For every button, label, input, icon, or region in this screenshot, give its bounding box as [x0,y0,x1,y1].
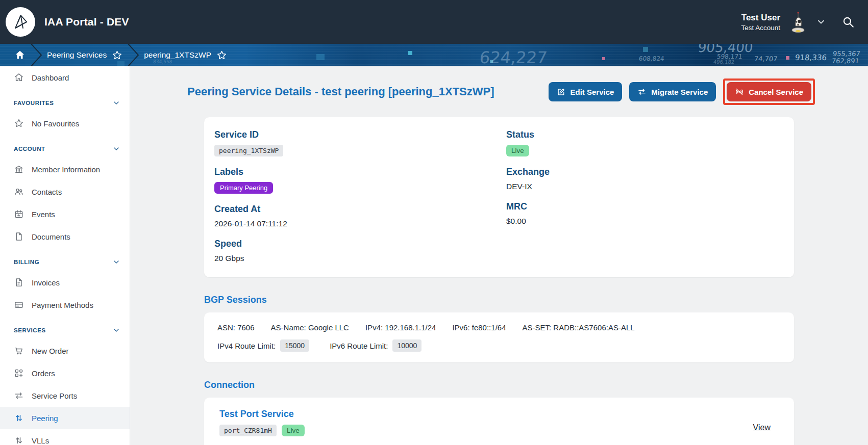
sidebar-item-label: Peering [32,414,58,423]
sidebar-item-documents[interactable]: Documents [0,225,130,248]
sidebar-item-label: Member Information [32,165,100,174]
user-avatar[interactable] [788,11,808,33]
sidebar-item-peering[interactable]: Peering [0,407,130,429]
view-port-link[interactable]: View [753,423,771,432]
sidebar-item-events[interactable]: Events [0,203,130,225]
sidebar-item-label: Orders [32,369,55,378]
bgp-sessions-card: ASN: 7606 AS-Name: Google LLC IPv4: 192.… [204,312,794,362]
created-at-value: 2026-01-14 07:11:12 [214,219,506,228]
home-icon [14,72,24,83]
sidebar-section-services[interactable]: SERVICES [0,321,130,339]
chevron-down-icon [112,145,120,153]
breadcrumb-peering-services[interactable]: Peering Services [47,50,122,61]
search-icon[interactable] [841,15,855,29]
user-menu-chevron-down-icon[interactable] [816,17,826,27]
user-account: Test Account [741,24,780,32]
edit-service-label: Edit Service [570,88,614,96]
bgp-ipv4: IPv4: 192.168.1.1/24 [365,323,436,332]
sidebar-item-new-order[interactable]: New Order [0,339,130,362]
status-badge: Live [506,145,529,156]
sidebar-item-invoices[interactable]: Invoices [0,271,130,294]
sidebar-item-contacts[interactable]: Contacts [0,180,130,203]
field-label: Status [506,129,782,140]
sidebar-item-label: Events [32,210,55,219]
breadcrumb-home-icon[interactable] [14,49,26,61]
migrate-service-label: Migrate Service [651,88,708,96]
sidebar-item-label: Service Ports [32,391,77,400]
section-label: SERVICES [14,327,46,333]
ipv6-route-limit-label: IPv6 Route Limit: [330,342,388,350]
sidebar-item-no-favourites[interactable]: No Favourites [0,112,130,135]
bank-icon [14,164,24,174]
section-label: BILLING [14,259,39,265]
field-speed: Speed 20 Gbps [214,239,506,263]
breadcrumb-bar: 624,227 905,400 608,824 598,171 496,182 … [0,44,868,66]
sidebar-item-label: No Favourites [32,119,79,128]
port-id-chip: port_CZR81mH [219,425,277,436]
ipv6-route-limit-chip: 10000 [392,339,421,352]
iaa-logo [6,7,35,37]
field-service-id: Service ID peering_1XTSzWP [214,129,506,156]
sidebar-item-orders[interactable]: Orders [0,362,130,384]
people-icon [14,187,24,197]
bgp-sessions-heading: BGP Sessions [204,295,868,305]
sidebar-section-favourites[interactable]: FAVOURITES [0,94,130,112]
section-label: ACCOUNT [14,146,45,152]
broadcast-off-icon [735,87,744,96]
port-status-badge: Live [282,425,305,436]
sidebar-section-account[interactable]: ACCOUNT [0,140,130,158]
user-name: Test User [741,12,780,24]
field-exchange: Exchange DEV-IX [506,167,782,191]
orders-grid-icon [14,368,24,378]
edit-pencil-icon [557,88,565,96]
connection-card: Test Port Service port_CZR81mH Live Next… [204,398,794,445]
breadcrumb-label[interactable]: Peering Services [47,50,107,60]
star-icon [14,118,24,128]
sidebar-item-label: Contacts [32,188,62,196]
iaa-logo-icon [10,12,31,32]
sidebar-section-billing[interactable]: BILLING [0,253,130,271]
field-created-at: Created At 2026-01-14 07:11:12 [214,204,506,228]
favourite-star-icon[interactable] [112,50,122,61]
service-id-chip: peering_1XTSzWP [214,145,283,156]
top-header: IAA Portal - DEV Test User Test Account [0,0,868,44]
field-labels: Labels Primary Peering [214,167,506,194]
cancel-service-button[interactable]: Cancel Service [727,82,811,101]
credit-card-icon [14,300,24,310]
label-badge: Primary Peering [214,182,273,194]
sidebar-item-label: VLLs [32,436,49,445]
breadcrumb-label[interactable]: peering_1XTSzWP [144,50,211,60]
sidebar-item-payment-methods[interactable]: Payment Methods [0,294,130,316]
page-title: Peering Service Details - test peering [… [187,85,549,98]
swap-arrows-icon [14,390,24,401]
sidebar-item-label: Dashboard [32,73,69,82]
migrate-arrows-icon [637,87,647,96]
field-mrc: MRC $0.00 [506,201,782,226]
cart-icon [14,346,24,356]
section-label: FAVOURITES [14,100,54,106]
app-title: IAA Portal - DEV [44,16,129,28]
service-details-card: Service ID peering_1XTSzWP Labels Primar… [204,117,794,277]
edit-service-button[interactable]: Edit Service [549,82,622,101]
cancel-service-label: Cancel Service [749,88,803,96]
breadcrumb-separator [29,44,44,66]
bgp-as-name: AS-Name: Google LLC [271,323,349,332]
chevron-down-icon [112,258,120,266]
breadcrumb-current-service[interactable]: peering_1XTSzWP [144,50,227,61]
favourite-star-icon[interactable] [216,50,227,61]
up-down-arrows-icon [14,413,24,423]
migrate-service-button[interactable]: Migrate Service [629,82,716,101]
sidebar-item-dashboard[interactable]: Dashboard [0,66,130,89]
bgp-as-set: AS-SET: RADB::AS7606:AS-ALL [522,323,634,332]
exchange-value: DEV-IX [506,182,782,191]
chevron-down-icon [112,99,120,107]
sidebar-item-member-information[interactable]: Member Information [0,158,130,180]
cancel-service-highlight: Cancel Service [723,78,815,105]
port-service-link[interactable]: Test Port Service [219,409,779,420]
breadcrumb-separator [126,44,141,66]
sidebar-item-label: New Order [32,347,69,355]
sidebar-item-service-ports[interactable]: Service Ports [0,384,130,407]
sidebar-item-vlls[interactable]: VLLs [0,429,130,445]
bgp-ipv6: IPv6: fe80::1/64 [452,323,506,332]
field-label: MRC [506,201,782,212]
